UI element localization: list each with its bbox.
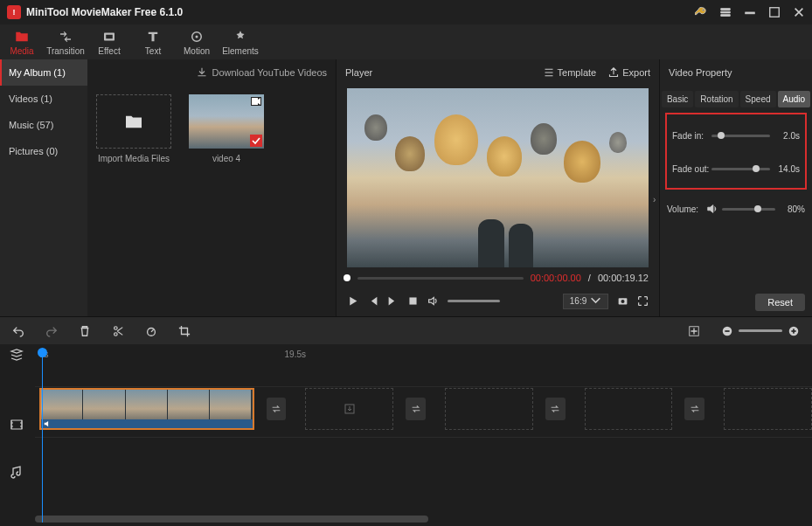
- speed-tool-icon[interactable]: [145, 325, 157, 337]
- key-icon[interactable]: [695, 6, 707, 18]
- video-track-icon: [10, 418, 24, 432]
- sidebar-item-album[interactable]: My Album (1): [0, 59, 87, 86]
- transition-slot-4[interactable]: [684, 398, 704, 420]
- hamburger-menu-icon[interactable]: [719, 6, 732, 18]
- fade-out-label: Fade out:: [672, 164, 711, 174]
- import-media-label: Import Media Files: [96, 154, 171, 163]
- music-track[interactable]: [0, 437, 812, 472]
- video-track[interactable]: [0, 386, 812, 430]
- download-icon: [197, 67, 207, 78]
- transition-slot-1[interactable]: [267, 398, 287, 420]
- fullscreen-icon[interactable]: [637, 295, 649, 307]
- tab-transition[interactable]: Transition: [44, 24, 87, 59]
- transition-slot-3[interactable]: [545, 398, 566, 420]
- player-panel: Player Template Export: [336, 59, 659, 316]
- titlebar: ! MiniTool MovieMaker Free 6.1.0: [0, 0, 812, 24]
- zoom-out-icon[interactable]: [721, 325, 733, 337]
- player-seek-bar[interactable]: 00:00:00.00 / 00:00:19.12: [337, 270, 659, 286]
- close-icon[interactable]: [793, 6, 805, 18]
- player-label: Player: [345, 67, 372, 78]
- svg-rect-17: [11, 420, 22, 429]
- clip-placeholder-4[interactable]: [724, 388, 812, 430]
- timeline-scrollbar[interactable]: [35, 516, 428, 523]
- prop-tab-speed[interactable]: Speed: [740, 91, 776, 107]
- svg-rect-7: [409, 297, 416, 304]
- volume-slider[interactable]: [722, 208, 775, 211]
- aspect-ratio-select[interactable]: 16:9: [563, 294, 608, 309]
- maximize-icon[interactable]: [768, 6, 781, 18]
- prop-tab-audio[interactable]: Audio: [778, 91, 811, 107]
- app-title: MiniTool MovieMaker Free 6.1.0: [26, 6, 183, 18]
- elements-icon: [232, 29, 248, 45]
- clip-placeholder-1[interactable]: [305, 388, 393, 430]
- tab-media-label: Media: [10, 46, 33, 56]
- volume-prop-icon: [706, 203, 718, 215]
- snapshot-icon[interactable]: [617, 295, 628, 307]
- video-preview: [347, 88, 649, 267]
- transition-icon: [58, 29, 73, 45]
- crop-icon[interactable]: [178, 325, 191, 337]
- tab-effect[interactable]: Effect: [87, 24, 131, 59]
- export-label: Export: [622, 67, 650, 78]
- fit-icon[interactable]: [688, 325, 700, 337]
- layers-icon[interactable]: [10, 348, 24, 362]
- app-logo-icon: !: [7, 5, 21, 19]
- fade-in-slider[interactable]: [711, 135, 770, 137]
- sidebar: My Album (1) Videos (1) Music (57) Pictu…: [0, 59, 87, 316]
- tab-media[interactable]: Media: [0, 24, 44, 59]
- folder-open-icon: [124, 114, 143, 129]
- redo-icon[interactable]: [45, 325, 58, 337]
- drop-icon: [343, 402, 357, 416]
- minimize-icon[interactable]: [744, 6, 756, 18]
- volume-icon[interactable]: [427, 295, 439, 307]
- clip-placeholder-3[interactable]: [585, 388, 673, 430]
- undo-icon[interactable]: [12, 325, 24, 337]
- playhead[interactable]: [42, 348, 43, 523]
- prop-tab-basic[interactable]: Basic: [662, 91, 693, 107]
- player-volume-slider[interactable]: [448, 300, 500, 302]
- collapse-caret-icon[interactable]: ›: [653, 195, 656, 204]
- media-thumbnail-label: video 4: [189, 154, 264, 163]
- sidebar-item-pictures[interactable]: Pictures (0): [0, 138, 87, 164]
- prop-tab-rotation[interactable]: Rotation: [695, 91, 738, 107]
- sidebar-item-music[interactable]: Music (57): [0, 112, 87, 138]
- svg-rect-13: [725, 330, 729, 332]
- music-track-icon: [10, 465, 24, 479]
- export-button[interactable]: Export: [608, 67, 650, 78]
- svg-point-9: [621, 300, 624, 303]
- next-frame-icon[interactable]: [387, 295, 399, 307]
- zoom-slider[interactable]: [739, 329, 782, 332]
- fade-in-value: 2.0s: [770, 131, 800, 141]
- media-panel: Download YouTube Videos Import Media Fil…: [87, 59, 336, 316]
- timeline-ruler[interactable]: 0s 19.5s: [0, 344, 812, 363]
- split-icon[interactable]: [112, 325, 124, 337]
- media-thumbnail[interactable]: [189, 94, 264, 149]
- time-total: 00:00:19.12: [598, 273, 649, 283]
- delete-icon[interactable]: [79, 325, 91, 337]
- export-icon: [608, 67, 619, 78]
- clip-placeholder-2[interactable]: [445, 388, 533, 430]
- zoom-in-icon[interactable]: [788, 325, 800, 337]
- prev-frame-icon[interactable]: [367, 295, 378, 307]
- play-icon[interactable]: [347, 295, 358, 307]
- import-media-button[interactable]: [96, 94, 171, 149]
- transition-slot-2[interactable]: [406, 398, 426, 420]
- tab-elements-label: Elements: [222, 46, 259, 56]
- template-button[interactable]: Template: [544, 67, 597, 78]
- tab-elements[interactable]: Elements: [219, 24, 262, 59]
- svg-point-5: [196, 35, 198, 38]
- template-icon: [544, 67, 554, 78]
- ruler-tick-1: 19.5s: [285, 350, 306, 359]
- tab-text-label: Text: [145, 46, 161, 56]
- stop-icon[interactable]: [407, 295, 419, 307]
- video-clip[interactable]: [39, 388, 254, 430]
- folder-icon: [14, 29, 30, 45]
- fade-out-slider[interactable]: [711, 168, 770, 170]
- download-youtube-link[interactable]: Download YouTube Videos: [212, 67, 328, 78]
- time-current: 00:00:00.00: [531, 273, 581, 283]
- tab-motion[interactable]: Motion: [175, 24, 219, 59]
- tab-text[interactable]: Text: [131, 24, 175, 59]
- fade-out-value: 14.0s: [770, 164, 800, 174]
- reset-button[interactable]: Reset: [755, 294, 805, 311]
- sidebar-item-videos[interactable]: Videos (1): [0, 86, 87, 112]
